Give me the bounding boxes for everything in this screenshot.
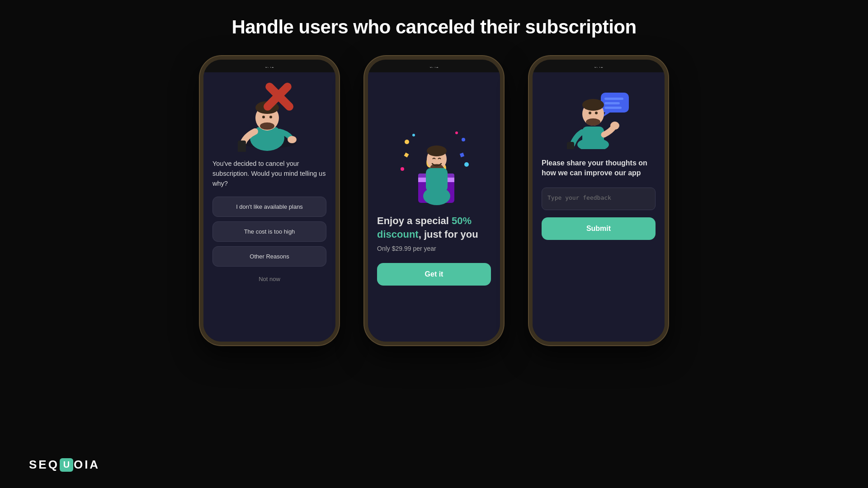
page-title: Handle users who canceled their subscrip… (231, 16, 636, 38)
svg-point-40 (610, 122, 619, 130)
phone-3-notch: 9:41 (533, 60, 665, 72)
logo-u-letter: U (60, 458, 73, 472)
phone-1-notch: 9:41 (203, 60, 335, 72)
cancel-illustration (233, 80, 306, 152)
svg-rect-41 (567, 142, 574, 149)
submit-button[interactable]: Submit (542, 217, 656, 240)
svg-rect-19 (460, 153, 464, 157)
feedback-title: Please share your thoughts on how we can… (542, 158, 656, 178)
discount-illustration: % (393, 128, 475, 205)
phone-1-screen: You've decided to cancel your subscripti… (203, 72, 335, 342)
svg-point-28 (427, 145, 447, 156)
svg-rect-7 (238, 141, 246, 152)
svg-point-16 (412, 134, 415, 136)
svg-point-12 (405, 140, 409, 144)
svg-point-43 (595, 112, 598, 114)
discount-text-middle: discount (377, 229, 419, 240)
svg-rect-36 (582, 127, 604, 148)
svg-rect-18 (404, 153, 409, 158)
logo-text-after: OIA (74, 458, 100, 472)
svg-rect-32 (604, 98, 623, 100)
svg-point-17 (455, 131, 458, 134)
sequoia-logo: SEQ U OIA (29, 458, 100, 472)
option-cost-button[interactable]: The cost is too high (212, 221, 326, 242)
svg-point-14 (401, 167, 404, 171)
option-other-button[interactable]: Other Reasons (212, 246, 326, 267)
svg-rect-30 (426, 168, 448, 192)
svg-point-39 (586, 118, 600, 126)
svg-point-42 (589, 112, 591, 114)
discount-text-container: Enjoy a special 50% discount, just for y… (377, 214, 491, 241)
svg-rect-34 (604, 107, 622, 109)
logo-text-before: SEQ (29, 458, 59, 472)
svg-point-11 (269, 116, 272, 118)
phones-container: 9:41 (200, 56, 668, 345)
phone-1-illustration (233, 80, 306, 152)
svg-point-38 (582, 99, 604, 111)
discount-text-after: , just for you (419, 229, 478, 240)
svg-point-5 (260, 122, 274, 130)
status-time-1: 9:41 (265, 64, 274, 69)
phone-3: 9:41 (529, 56, 668, 345)
feedback-input[interactable] (542, 188, 656, 210)
svg-point-6 (288, 136, 297, 143)
phone-2-notch: 9:41 (368, 60, 500, 72)
phone-1: 9:41 (200, 56, 339, 345)
price-text: Only $29.99 per year (377, 245, 491, 252)
status-time-3: 9:41 (594, 64, 603, 69)
svg-point-13 (462, 138, 465, 141)
discount-text-before: Enjoy a special (377, 215, 452, 226)
phone-2-screen: % (368, 72, 500, 342)
option-plans-button[interactable]: I don't like available plans (212, 197, 326, 217)
svg-point-15 (464, 162, 469, 167)
not-now-button[interactable]: Not now (256, 273, 283, 285)
phone-2-illustration: % (393, 128, 475, 205)
status-time-2: 9:41 (429, 64, 438, 69)
phone-2: 9:41 (364, 56, 504, 345)
svg-rect-33 (604, 102, 620, 104)
svg-point-10 (262, 116, 265, 118)
discount-value: 50% (452, 215, 472, 226)
get-it-button[interactable]: Get it (377, 263, 491, 286)
phone-1-description: You've decided to cancel your subscripti… (212, 159, 326, 188)
phone-3-illustration (562, 81, 635, 149)
phone-3-screen: Please share your thoughts on how we can… (533, 72, 665, 342)
feedback-illustration (562, 81, 635, 149)
